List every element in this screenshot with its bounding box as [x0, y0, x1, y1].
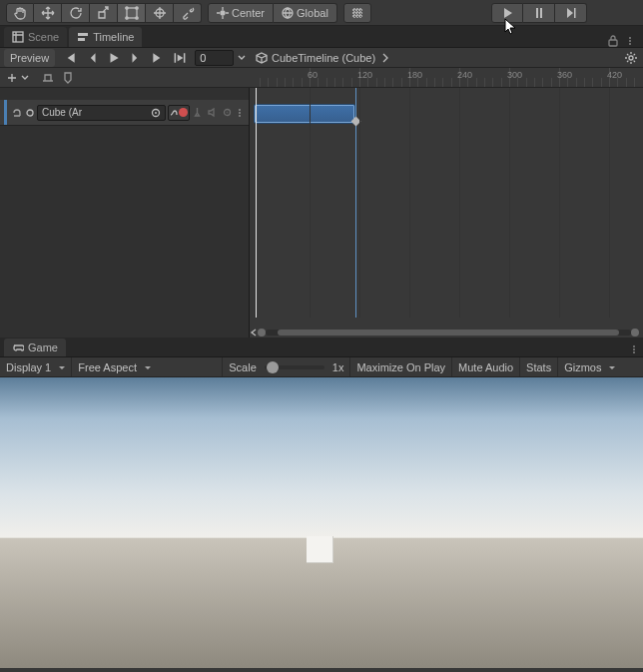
- display-dropdown[interactable]: Display 1: [0, 358, 71, 376]
- maximize-on-play-toggle[interactable]: Maximize On Play: [350, 358, 451, 376]
- scale-tool[interactable]: [90, 3, 118, 23]
- timeline-settings-button[interactable]: [623, 50, 639, 66]
- timeline-play[interactable]: [103, 49, 125, 67]
- preview-button[interactable]: Preview: [4, 49, 55, 67]
- goto-end-icon: [151, 51, 165, 65]
- gridline: [609, 88, 610, 318]
- frame-marker[interactable]: [355, 88, 356, 318]
- pivot-mode-button[interactable]: Center: [208, 3, 274, 23]
- mute-track-icon[interactable]: [207, 107, 218, 118]
- track-header-area: Cube (Ar: [0, 88, 250, 337]
- play-icon: [500, 6, 514, 20]
- scale-slider[interactable]: [265, 365, 324, 369]
- track-binding-field[interactable]: Cube (Ar: [37, 105, 166, 121]
- hand-tool[interactable]: [6, 3, 34, 23]
- handle-rotation-button[interactable]: Global: [274, 3, 337, 23]
- aspect-dropdown[interactable]: Free Aspect: [72, 358, 222, 376]
- track-empty-area[interactable]: [0, 126, 249, 337]
- svg-point-3: [125, 16, 127, 18]
- preview-label: Preview: [10, 52, 49, 64]
- record-button[interactable]: [168, 105, 190, 121]
- game-panel-menu-button[interactable]: [629, 345, 639, 353]
- rotate-tool[interactable]: [62, 3, 90, 23]
- stats-toggle[interactable]: Stats: [520, 358, 557, 376]
- timeline-prev-frame[interactable]: [81, 49, 103, 67]
- gridline: [359, 88, 360, 318]
- frame-mode-dropdown[interactable]: [234, 50, 250, 66]
- rect-tool[interactable]: [118, 3, 146, 23]
- gridline: [310, 88, 311, 318]
- svg-point-18: [227, 112, 229, 114]
- tab-scene[interactable]: Scene: [4, 27, 67, 47]
- timeline-canvas[interactable]: [250, 88, 643, 337]
- zoom-handle-left[interactable]: [258, 329, 266, 336]
- gizmos-label: Gizmos: [564, 361, 601, 373]
- track-binding-label: Cube (Ar: [42, 107, 82, 118]
- track-toggle-icons: [192, 107, 233, 118]
- snap-button[interactable]: [343, 3, 371, 23]
- game-view[interactable]: [0, 377, 643, 668]
- grid-snap-icon: [350, 6, 364, 20]
- zoom-handle-right[interactable]: [631, 329, 639, 336]
- svg-rect-12: [609, 40, 617, 46]
- custom-tools[interactable]: [174, 3, 202, 23]
- snap-group: [343, 3, 371, 23]
- display-label: Display 1: [6, 361, 51, 373]
- timeline-body: Cube (Ar: [0, 88, 643, 337]
- handle-rotation-label: Global: [297, 7, 328, 19]
- chevron-down-icon: [21, 74, 29, 82]
- clip-area[interactable]: [250, 88, 643, 328]
- scrollbar-thumb[interactable]: [278, 330, 619, 336]
- object-icon: [25, 108, 35, 118]
- timeline-ruler[interactable]: 60120180240300360420: [250, 68, 643, 88]
- edit-mode-toggle[interactable]: [41, 71, 55, 85]
- gizmos-dropdown[interactable]: Gizmos: [558, 358, 621, 376]
- timeline-play-range[interactable]: [169, 49, 191, 67]
- track-menu-button[interactable]: [235, 109, 245, 117]
- timeline-next-frame[interactable]: [125, 49, 147, 67]
- timeline-asset-selector[interactable]: CubeTimeline (Cube): [250, 49, 395, 67]
- play-range-icon: [173, 51, 187, 65]
- lock-track-icon[interactable]: [222, 107, 233, 118]
- transform-tool[interactable]: [146, 3, 174, 23]
- ruler-label: 60: [308, 70, 318, 80]
- gridline: [409, 88, 410, 318]
- playhead[interactable]: [256, 88, 257, 318]
- tab-timeline[interactable]: Timeline: [69, 27, 142, 47]
- timeline-asset-label: CubeTimeline (Cube): [272, 52, 375, 64]
- timeline-goto-start[interactable]: [59, 49, 81, 67]
- move-tool[interactable]: [34, 3, 62, 23]
- breadcrumb-chevron-icon: [381, 53, 389, 63]
- pin-icon[interactable]: [192, 107, 203, 118]
- object-picker-icon[interactable]: [151, 108, 161, 118]
- scrollbar-track[interactable]: [266, 330, 631, 336]
- pivot-mode-label: Center: [232, 7, 265, 19]
- prev-frame-icon: [85, 51, 99, 65]
- mute-audio-toggle[interactable]: Mute Audio: [452, 358, 519, 376]
- stats-label: Stats: [526, 361, 551, 373]
- track-row[interactable]: Cube (Ar: [0, 100, 249, 126]
- gridline: [459, 88, 460, 318]
- lock-icon[interactable]: [607, 35, 619, 47]
- animation-clip[interactable]: [254, 104, 355, 124]
- play-button[interactable]: [491, 3, 523, 23]
- svg-point-4: [135, 16, 137, 18]
- gridline: [559, 88, 560, 318]
- scale-icon: [97, 6, 111, 20]
- timeline-play-icon: [107, 51, 121, 65]
- add-track-button[interactable]: [0, 72, 35, 84]
- marker-button[interactable]: [61, 71, 75, 85]
- pause-button[interactable]: [523, 3, 555, 23]
- frame-number-field[interactable]: 0: [195, 50, 234, 66]
- step-button[interactable]: [555, 3, 587, 23]
- svg-rect-11: [78, 38, 85, 41]
- scroll-left-arrow-icon[interactable]: [250, 329, 258, 336]
- tab-game[interactable]: Game: [4, 338, 66, 356]
- panel-menu-button[interactable]: [625, 37, 635, 45]
- lower-panel-tabs: Game: [0, 337, 643, 357]
- timeline-horizontal-scrollbar[interactable]: [258, 328, 639, 337]
- scale-slider-knob[interactable]: [267, 361, 279, 373]
- timeline-goto-end[interactable]: [147, 49, 169, 67]
- pause-icon: [532, 6, 546, 20]
- record-dot-icon: [179, 108, 188, 117]
